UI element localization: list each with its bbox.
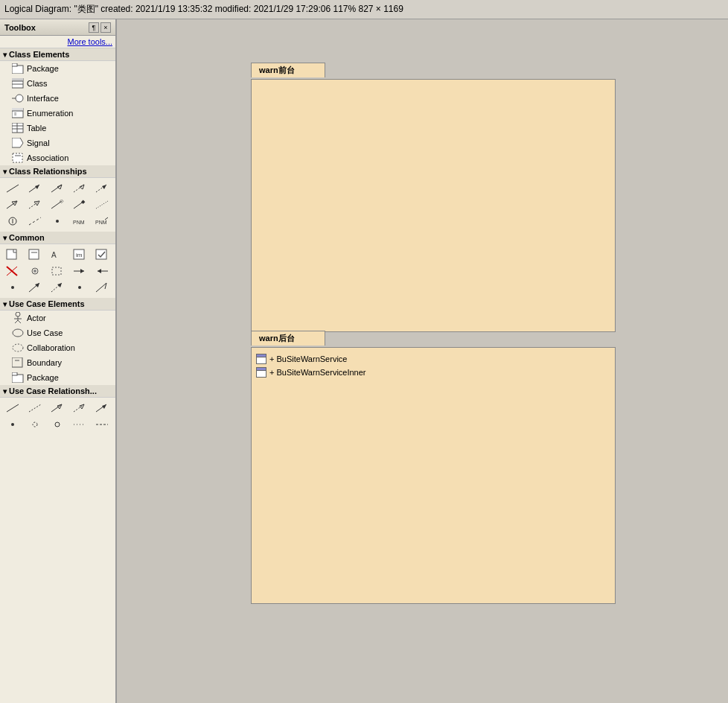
rel-arrow6[interactable] bbox=[25, 197, 45, 212]
package-warn-back[interactable]: warn后台 + BuSiteWarnService + BuS bbox=[251, 347, 616, 604]
svg-marker-57 bbox=[80, 269, 84, 273]
common-rect[interactable] bbox=[48, 264, 67, 279]
svg-rect-50 bbox=[96, 249, 106, 259]
rel-arrow3[interactable] bbox=[70, 181, 89, 196]
svg-rect-1 bbox=[12, 63, 17, 66]
svg-text:◆: ◆ bbox=[81, 200, 86, 204]
enumeration-label: Enumeration bbox=[27, 109, 73, 118]
rel-line[interactable] bbox=[3, 181, 22, 196]
toolbox-title: Toolbox bbox=[4, 23, 36, 32]
uc-rel-dash1[interactable] bbox=[70, 417, 89, 432]
uc-rel-line[interactable] bbox=[3, 401, 22, 416]
rel-arrow4[interactable] bbox=[92, 181, 112, 196]
common-check[interactable] bbox=[92, 247, 112, 262]
uc-rel-dot3[interactable] bbox=[48, 417, 67, 432]
svg-point-7 bbox=[16, 95, 23, 102]
toolbox-item-boundary[interactable]: Boundary bbox=[0, 355, 115, 370]
table-label: Table bbox=[27, 124, 46, 133]
common-arrow-dash[interactable] bbox=[48, 280, 67, 295]
toolbox-item-package[interactable]: Package bbox=[0, 61, 115, 76]
uc-rel-dot2[interactable] bbox=[25, 417, 45, 432]
uc-rel-dot1[interactable] bbox=[3, 417, 22, 432]
uc-rel-dash2[interactable] bbox=[92, 417, 112, 432]
common-arrow-left[interactable] bbox=[92, 264, 112, 279]
toolbox-item-table[interactable]: Table bbox=[0, 121, 115, 136]
class-item-icon-2 bbox=[256, 367, 266, 378]
toolbox-item-enumeration[interactable]: ≡ Enumeration bbox=[0, 106, 115, 121]
svg-marker-86 bbox=[102, 404, 106, 409]
rel-circle[interactable] bbox=[3, 214, 22, 229]
common-dot3[interactable] bbox=[70, 280, 89, 295]
table-icon bbox=[12, 122, 24, 134]
rel-arrow5[interactable] bbox=[3, 197, 22, 212]
class-relationships-grid: ◇ ◆ PNM PNM bbox=[0, 178, 115, 232]
toolbox-item-signal[interactable]: Signal bbox=[0, 136, 115, 150]
toolbox-item-package2[interactable]: Package bbox=[0, 370, 115, 385]
common-gear[interactable] bbox=[25, 264, 45, 279]
toolbox-item-interface[interactable]: Interface bbox=[0, 91, 115, 106]
package2-label: Package bbox=[27, 373, 59, 382]
uc-rel-line2[interactable] bbox=[25, 401, 45, 416]
section-class-relationships[interactable]: Class Relationships bbox=[0, 165, 115, 178]
svg-marker-16 bbox=[12, 138, 23, 147]
use-case-elements-list: Actor Use Case Collaboration bbox=[0, 311, 115, 385]
common-note[interactable] bbox=[3, 247, 22, 262]
svg-marker-84 bbox=[80, 404, 84, 409]
common-arrow-out[interactable] bbox=[92, 280, 112, 295]
canvas-area[interactable]: warn前台 warn后台 + BuSiteWarnService bbox=[117, 19, 728, 703]
svg-point-74 bbox=[13, 344, 23, 352]
toolbox-controls: ¶ × bbox=[89, 22, 111, 33]
svg-line-39 bbox=[29, 217, 41, 225]
section-use-case-elements[interactable]: Use Case Elements bbox=[0, 298, 115, 311]
rel-arrow7[interactable]: ◇ bbox=[48, 197, 67, 212]
toolbox-item-usecase[interactable]: Use Case bbox=[0, 325, 115, 340]
usecase-label: Use Case bbox=[27, 328, 63, 337]
package-warn-front[interactable]: warn前台 bbox=[251, 79, 616, 332]
class-label: Class bbox=[27, 79, 48, 88]
svg-text:im: im bbox=[76, 252, 83, 258]
svg-line-19 bbox=[7, 185, 19, 192]
toolbox-pin-button[interactable]: ¶ bbox=[89, 22, 99, 33]
svg-rect-17 bbox=[13, 153, 22, 162]
common-arrow-diag[interactable] bbox=[25, 280, 45, 295]
rel-dot[interactable] bbox=[48, 214, 67, 229]
toolbox-item-class[interactable]: Class bbox=[0, 76, 115, 91]
section-use-case-relationships[interactable]: Use Case Relationsh... bbox=[0, 385, 115, 398]
uc-rel-arrow1[interactable] bbox=[48, 401, 67, 416]
toolbox-close-button[interactable]: × bbox=[100, 22, 111, 33]
actor-label: Actor bbox=[27, 314, 46, 322]
svg-text:◇: ◇ bbox=[60, 200, 64, 203]
class-item-icon-1 bbox=[256, 354, 266, 364]
svg-rect-0 bbox=[12, 66, 23, 74]
more-tools-link[interactable]: More tools... bbox=[0, 36, 115, 48]
svg-rect-78 bbox=[12, 372, 17, 375]
common-note2[interactable] bbox=[25, 247, 45, 262]
common-dot2[interactable] bbox=[3, 280, 22, 295]
svg-line-79 bbox=[7, 404, 19, 412]
uc-rel-arrow3[interactable] bbox=[92, 401, 112, 416]
rel-arrow1[interactable] bbox=[25, 181, 45, 196]
rel-arrow9[interactable] bbox=[92, 197, 112, 212]
svg-marker-82 bbox=[57, 404, 62, 409]
rel-pnm2[interactable]: PNM bbox=[92, 214, 112, 229]
toolbox-item-actor[interactable]: Actor bbox=[0, 311, 115, 325]
common-x[interactable] bbox=[3, 264, 22, 279]
rel-pnm[interactable]: PNM bbox=[70, 214, 89, 229]
svg-line-80 bbox=[29, 404, 41, 412]
common-text[interactable]: A bbox=[48, 247, 67, 262]
section-class-elements[interactable]: Class Elements bbox=[0, 48, 115, 61]
svg-rect-77 bbox=[12, 375, 23, 383]
common-image[interactable]: im bbox=[70, 247, 89, 262]
section-common[interactable]: Common bbox=[0, 232, 115, 244]
rel-arrow8[interactable]: ◆ bbox=[70, 197, 89, 212]
common-arrow-right[interactable] bbox=[70, 264, 89, 279]
rel-arrow2[interactable] bbox=[48, 181, 67, 196]
toolbox-item-association[interactable]: Association bbox=[0, 150, 115, 165]
class-elements-list: Package Class bbox=[0, 61, 115, 165]
svg-line-36 bbox=[96, 201, 108, 209]
svg-text:A: A bbox=[51, 251, 57, 259]
toolbox-item-collaboration[interactable]: Collaboration bbox=[0, 340, 115, 355]
uc-rel-arrow2[interactable] bbox=[70, 401, 89, 416]
canvas-content: warn前台 warn后台 + BuSiteWarnService bbox=[117, 19, 728, 703]
rel-dash[interactable] bbox=[25, 214, 45, 229]
